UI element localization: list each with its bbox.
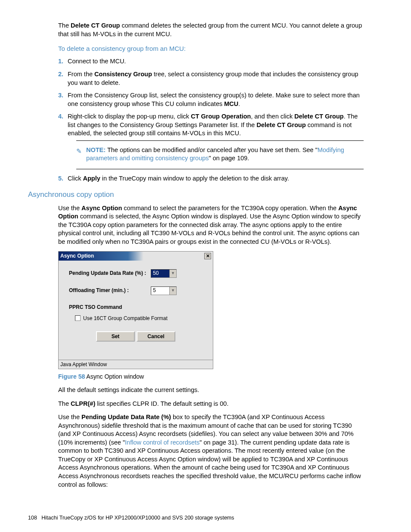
intro-paragraph: The Delete CT Group command deletes the …: [58, 22, 364, 38]
procedure-heading: To delete a consistency group from an MC…: [58, 44, 364, 53]
dialog-statusbar: Java Applet Window: [59, 360, 213, 369]
note-label: NOTE:: [86, 146, 106, 153]
step-1: 1.Connect to the MCU.: [58, 57, 364, 66]
step-3: 3. From the Consistency Group list, sele…: [58, 91, 364, 108]
step-5: 5. Click Apply in the TrueCopy main wind…: [58, 174, 364, 183]
offloading-timer-label: Offloading Timer (min.) :: [69, 287, 151, 294]
step-2: 2. From the Consistency Group tree, sele…: [58, 70, 364, 87]
async-option-dialog: Async Option ✕ Pending Update Data Rate …: [58, 251, 213, 369]
section-heading-async: Asynchronous copy option: [28, 190, 364, 200]
pending-rate-value: 50: [151, 270, 169, 277]
close-icon: ✕: [206, 254, 210, 258]
offloading-timer-dropdown[interactable]: 5 ▼: [151, 286, 177, 295]
cancel-button[interactable]: Cancel: [137, 331, 175, 342]
pprc-section-label: PPRC TSO Command: [69, 304, 202, 311]
page-footer: 108 Hitachi TrueCopy z/OS for HP XP12000…: [28, 514, 234, 522]
chevron-down-icon: ▼: [169, 270, 176, 277]
step-4: 4. Right-click to display the pop-up men…: [58, 112, 364, 169]
figure-caption: Figure 58 Async Option window: [58, 373, 364, 381]
note-box: ✎ NOTE: The options can be modified and/…: [76, 140, 364, 169]
chevron-down-icon: ▼: [169, 287, 176, 295]
note-icon: ✎: [76, 147, 82, 156]
dialog-title: Async Option: [60, 252, 94, 259]
async-description: Use the Async Option command to select t…: [58, 204, 364, 246]
pending-rate-description: Use the Pending Update Data Rate (%) box…: [58, 413, 364, 489]
link-inflow-control[interactable]: Inflow control of recordsets: [125, 439, 199, 446]
clpr-text: The CLPR(#) list specifies CLPR ID. The …: [58, 400, 364, 408]
pending-rate-dropdown[interactable]: 50 ▼: [151, 269, 177, 278]
dialog-titlebar: Async Option ✕: [59, 252, 213, 260]
close-button[interactable]: ✕: [204, 253, 211, 259]
offloading-timer-value: 5: [151, 287, 169, 294]
use-16ct-checkbox[interactable]: [75, 315, 81, 321]
default-settings-text: All the default settings indicate the cu…: [58, 386, 364, 395]
procedure-steps: 1.Connect to the MCU. 2. From the Consis…: [58, 57, 364, 183]
use-16ct-label: Use 16CT Group Compatible Format: [83, 315, 168, 322]
pending-rate-label: Pending Update Data Rate (%) :: [69, 270, 151, 277]
set-button[interactable]: Set: [96, 331, 135, 342]
